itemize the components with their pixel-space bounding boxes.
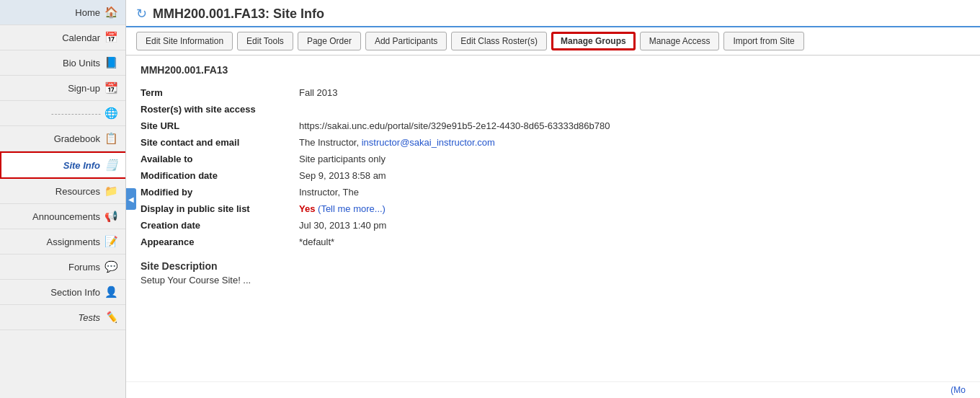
sidebar-item-announcements[interactable]: Announcements 📢 bbox=[0, 204, 125, 229]
globe-icon: 🌐 bbox=[104, 107, 118, 120]
table-row: Site contact and email The Instructor, i… bbox=[141, 134, 966, 151]
field-value: Site participants only bbox=[299, 151, 966, 167]
field-label: Site contact and email bbox=[141, 134, 299, 151]
field-value: Instructor, The bbox=[299, 184, 966, 200]
edit-tools-button[interactable]: Edit Tools bbox=[237, 32, 293, 50]
sidebar-item-section-info[interactable]: Section Info 👤 bbox=[0, 280, 125, 305]
field-value: *default* bbox=[299, 234, 966, 250]
manage-access-button[interactable]: Manage Access bbox=[640, 32, 720, 50]
gradebook-icon: 📋 bbox=[104, 132, 118, 145]
table-row: Term Fall 2013 bbox=[141, 84, 966, 101]
field-value: Jul 30, 2013 1:40 pm bbox=[299, 217, 966, 234]
sidebar-item-sign-up[interactable]: Sign-up 📆 bbox=[0, 76, 125, 101]
site-info-icon: 🗒️ bbox=[104, 159, 118, 172]
table-row: Creation date Jul 30, 2013 1:40 pm bbox=[141, 217, 966, 234]
sidebar-item-tests[interactable]: Tests ✏️ bbox=[0, 305, 125, 330]
tests-icon: ✏️ bbox=[104, 311, 118, 324]
assignments-icon: 📝 bbox=[104, 235, 118, 248]
sidebar-item-home[interactable]: Home 🏠 bbox=[0, 0, 125, 25]
field-value: The Instructor, instructor@sakai_instruc… bbox=[299, 134, 966, 151]
field-value: Sep 9, 2013 8:58 am bbox=[299, 167, 966, 184]
field-label: Appearance bbox=[141, 234, 299, 250]
more-link[interactable]: (Mo bbox=[126, 381, 980, 398]
sidebar-item-assignments[interactable]: Assignments 📝 bbox=[0, 229, 125, 255]
edit-site-info-button[interactable]: Edit Site Information bbox=[136, 32, 233, 50]
sidebar-item-gradebook[interactable]: Gradebook 📋 bbox=[0, 126, 125, 151]
sidebar-item-site-info[interactable]: Site Info 🗒️ bbox=[0, 151, 125, 179]
table-row: Site URL https://sakai.unc.edu/portal/si… bbox=[141, 118, 966, 134]
site-info-table: Term Fall 2013 Roster(s) with site acces… bbox=[141, 84, 966, 250]
site-description-heading: Site Description bbox=[141, 260, 966, 272]
field-label: Creation date bbox=[141, 217, 299, 234]
signup-icon: 📆 bbox=[104, 81, 118, 94]
announcements-icon: 📢 bbox=[104, 210, 118, 223]
field-label: Modification date bbox=[141, 167, 299, 184]
forums-icon: 💬 bbox=[104, 260, 118, 273]
table-row: Modification date Sep 9, 2013 8:58 am bbox=[141, 167, 966, 184]
section-icon: 👤 bbox=[104, 286, 118, 298]
table-row: Roster(s) with site access bbox=[141, 101, 966, 118]
table-row: Available to Site participants only bbox=[141, 151, 966, 167]
field-label: Display in public site list bbox=[141, 200, 299, 217]
field-value bbox=[299, 101, 966, 118]
field-value: Fall 2013 bbox=[299, 84, 966, 101]
sidebar-item-resources[interactable]: Resources 📁 bbox=[0, 179, 125, 204]
home-icon: 🏠 bbox=[104, 6, 118, 19]
table-row: Modified by Instructor, The bbox=[141, 184, 966, 200]
page-order-button[interactable]: Page Order bbox=[298, 32, 361, 50]
field-value: https://sakai.unc.edu/portal/site/329e91… bbox=[299, 118, 966, 134]
calendar-icon: 📅 bbox=[104, 31, 118, 44]
page-title: MMH200.001.FA13: Site Info bbox=[153, 6, 324, 22]
table-row: Appearance *default* bbox=[141, 234, 966, 250]
sidebar-divider-row: --------------- 🌐 bbox=[0, 101, 125, 126]
sidebar-item-bio-units[interactable]: Bio Units 📘 bbox=[0, 50, 125, 76]
content-area: MMH200.001.FA13 Term Fall 2013 Roster(s)… bbox=[126, 56, 980, 381]
tell-me-more-link[interactable]: (Tell me more...) bbox=[318, 203, 386, 214]
public-list-yes: Yes bbox=[299, 203, 315, 214]
field-label: Roster(s) with site access bbox=[141, 101, 299, 118]
field-value: Yes (Tell me more...) bbox=[299, 200, 966, 217]
refresh-icon[interactable]: ↻ bbox=[136, 6, 147, 22]
sidebar-item-forums[interactable]: Forums 💬 bbox=[0, 255, 125, 280]
instructor-email-link[interactable]: instructor@sakai_instructor.com bbox=[362, 137, 495, 148]
sidebar-collapse-button[interactable]: ◀ bbox=[126, 188, 136, 210]
edit-class-roster-button[interactable]: Edit Class Roster(s) bbox=[451, 32, 547, 50]
field-label: Available to bbox=[141, 151, 299, 167]
field-label: Site URL bbox=[141, 118, 299, 134]
field-label: Term bbox=[141, 84, 299, 101]
site-description-text: Setup Your Course Site! ... bbox=[141, 275, 966, 286]
field-label: Modified by bbox=[141, 184, 299, 200]
toolbar: Edit Site Information Edit Tools Page Or… bbox=[126, 27, 980, 56]
manage-groups-button[interactable]: Manage Groups bbox=[551, 32, 636, 50]
page-header: ↻ MMH200.001.FA13: Site Info bbox=[126, 0, 980, 27]
book-icon: 📘 bbox=[104, 56, 118, 69]
add-participants-button[interactable]: Add Participants bbox=[365, 32, 447, 50]
sidebar-item-calendar[interactable]: Calendar 📅 bbox=[0, 25, 125, 50]
import-from-site-button[interactable]: Import from Site bbox=[723, 32, 803, 50]
folder-icon: 📁 bbox=[104, 185, 118, 198]
site-id-heading: MMH200.001.FA13 bbox=[141, 64, 966, 76]
table-row: Display in public site list Yes (Tell me… bbox=[141, 200, 966, 217]
